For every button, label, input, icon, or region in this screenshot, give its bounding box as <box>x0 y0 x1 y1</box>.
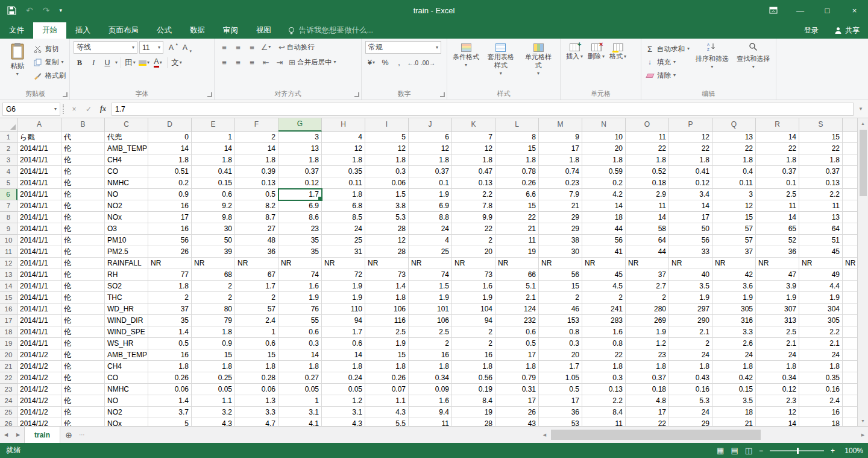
cell-Q11[interactable]: 37 <box>712 246 756 258</box>
cell-M23[interactable]: 0.5 <box>539 384 582 395</box>
cell-L20[interactable]: 17 <box>495 349 539 361</box>
tab-scroll-splitter[interactable]: ⋯ <box>77 427 87 443</box>
cell-F10[interactable]: 48 <box>235 235 278 246</box>
cell-N7[interactable]: 14 <box>582 200 626 212</box>
row-header-22[interactable]: 22 <box>0 372 17 384</box>
cell-I1[interactable]: 5 <box>365 132 409 143</box>
cell-I9[interactable]: 28 <box>365 223 409 235</box>
clipboard-dialog-launcher[interactable] <box>63 92 68 97</box>
cell-P23[interactable]: 0.16 <box>669 384 712 395</box>
cell-T7[interactable] <box>843 200 857 212</box>
cell-P20[interactable]: 24 <box>669 349 712 361</box>
tab-page-layout[interactable]: 页面布局 <box>99 22 148 39</box>
cell-S15[interactable]: 1.9 <box>799 292 843 304</box>
cell-P25[interactable]: 24 <box>669 407 712 418</box>
tab-home[interactable]: 开始 <box>33 22 66 39</box>
percent-style-button[interactable]: % <box>379 57 391 69</box>
copy-button[interactable]: 复制 ▾ <box>33 57 66 68</box>
cell-L1[interactable]: 8 <box>495 132 539 143</box>
cell-R16[interactable]: 307 <box>756 304 799 315</box>
row-header-18[interactable]: 18 <box>0 326 17 338</box>
share-button[interactable]: 共享 <box>826 22 868 39</box>
paste-button[interactable]: 粘贴 ▾ <box>5 41 30 89</box>
find-select-button[interactable]: 查找和选择▾ <box>735 41 772 81</box>
cell-F14[interactable]: 1.7 <box>235 281 278 292</box>
cell-A20[interactable]: 2014/1/2 <box>17 349 61 361</box>
redo-button[interactable]: ↷ <box>43 6 50 14</box>
cell-O24[interactable]: 4.8 <box>626 395 669 407</box>
cell-L9[interactable]: 21 <box>495 223 539 235</box>
save-button[interactable] <box>7 6 16 15</box>
cell-P17[interactable]: 290 <box>669 315 712 326</box>
cell-P5[interactable]: 0.12 <box>669 177 712 189</box>
cell-F7[interactable]: 8.2 <box>235 200 278 212</box>
enter-formula-button[interactable]: ✓ <box>83 105 95 113</box>
cell-R17[interactable]: 313 <box>756 315 799 326</box>
cell-Q9[interactable]: 57 <box>712 223 756 235</box>
cell-A22[interactable]: 2014/1/2 <box>17 372 61 384</box>
row-header-11[interactable]: 11 <box>0 246 17 258</box>
cell-K1[interactable]: 7 <box>452 132 495 143</box>
cell-L11[interactable]: 19 <box>495 246 539 258</box>
cell-K20[interactable]: 16 <box>452 349 495 361</box>
cell-I7[interactable]: 3.8 <box>365 200 409 212</box>
cell-T3[interactable] <box>843 154 857 166</box>
vertical-scroll-thumb[interactable] <box>860 130 867 196</box>
cell-I16[interactable]: 106 <box>365 304 409 315</box>
cell-C21[interactable]: CH4 <box>105 361 148 372</box>
row-header-23[interactable]: 23 <box>0 384 17 395</box>
cell-E5[interactable]: 0.15 <box>192 177 235 189</box>
cell-N20[interactable]: 22 <box>582 349 626 361</box>
cell-P22[interactable]: 0.43 <box>669 372 712 384</box>
new-sheet-button[interactable]: ⊕ <box>60 427 77 443</box>
scroll-down-arrow[interactable]: ▼ <box>858 416 868 426</box>
cell-L22[interactable]: 0.79 <box>495 372 539 384</box>
cell-F20[interactable]: 15 <box>235 349 278 361</box>
cell-G2[interactable]: 13 <box>278 143 322 154</box>
cell-N8[interactable]: 18 <box>582 212 626 223</box>
cell-B2[interactable]: 伦 <box>61 143 105 154</box>
cell-I15[interactable]: 1.8 <box>365 292 409 304</box>
cell-T24[interactable] <box>843 395 857 407</box>
cell-J5[interactable]: 0.1 <box>409 177 452 189</box>
cell-S20[interactable]: 24 <box>799 349 843 361</box>
cell-N14[interactable]: 4.5 <box>582 281 626 292</box>
cell-C6[interactable]: NO <box>105 189 148 200</box>
cell-G17[interactable]: 55 <box>278 315 322 326</box>
cell-A13[interactable]: 2014/1/1 <box>17 269 61 281</box>
cell-B22[interactable]: 伦 <box>61 372 105 384</box>
cell-I14[interactable]: 1.4 <box>365 281 409 292</box>
cell-styles-button[interactable]: 单元格样式▾ <box>520 42 556 77</box>
delete-cells-button[interactable]: 删除▾ <box>586 42 606 62</box>
cell-B17[interactable]: 伦 <box>61 315 105 326</box>
cell-C20[interactable]: AMB_TEMP <box>105 349 148 361</box>
column-header-E[interactable]: E <box>192 118 235 132</box>
cell-J2[interactable]: 12 <box>409 143 452 154</box>
row-header-6[interactable]: 6 <box>0 189 17 200</box>
cell-Q20[interactable]: 24 <box>712 349 756 361</box>
cell-H1[interactable]: 4 <box>322 132 365 143</box>
cell-G26[interactable]: 4.1 <box>278 418 322 426</box>
cell-P1[interactable]: 12 <box>669 132 712 143</box>
format-as-table-button[interactable]: 套用表格样式▾ <box>482 42 519 77</box>
cell-F23[interactable]: 0.06 <box>235 384 278 395</box>
cell-Q2[interactable]: 22 <box>712 143 756 154</box>
decrease-indent-button[interactable]: ⇤ <box>260 56 272 68</box>
cell-I22[interactable]: 0.26 <box>365 372 409 384</box>
cell-N13[interactable]: 45 <box>582 269 626 281</box>
cell-M22[interactable]: 1.05 <box>539 372 582 384</box>
cell-M21[interactable]: 1.7 <box>539 361 582 372</box>
cell-J22[interactable]: 0.34 <box>409 372 452 384</box>
cell-C15[interactable]: THC <box>105 292 148 304</box>
cell-N4[interactable]: 0.59 <box>582 166 626 177</box>
cell-J10[interactable]: 4 <box>409 235 452 246</box>
cell-F9[interactable]: 27 <box>235 223 278 235</box>
cell-O17[interactable]: 269 <box>626 315 669 326</box>
zoom-out-button[interactable]: − <box>759 447 763 455</box>
cell-N12[interactable]: NR <box>582 258 626 269</box>
row-header-8[interactable]: 8 <box>0 212 17 223</box>
cell-J11[interactable]: 25 <box>409 246 452 258</box>
row-header-4[interactable]: 4 <box>0 166 17 177</box>
cell-B24[interactable]: 伦 <box>61 395 105 407</box>
cell-B4[interactable]: 伦 <box>61 166 105 177</box>
